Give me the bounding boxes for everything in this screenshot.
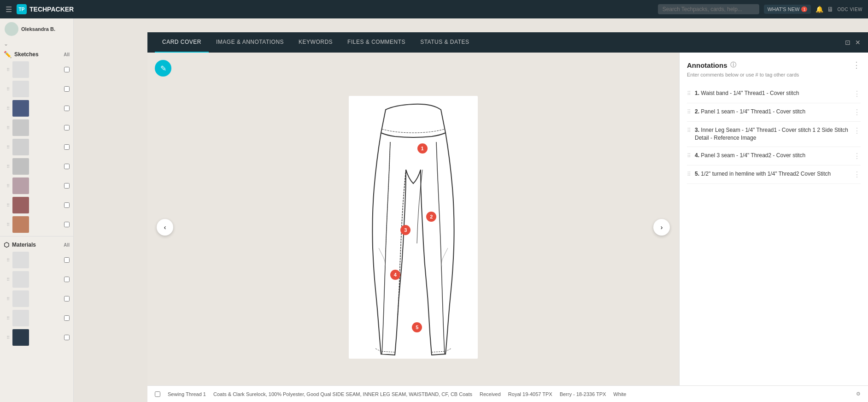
monitor-icon[interactable]: 🖥 — [827, 6, 833, 13]
sketch-item-6[interactable]: ⠿ — [0, 157, 73, 176]
whats-new-label: WHAT'S NEW — [768, 6, 800, 12]
annotation-text-2: 2. Panel 1 seam - 1/4" Thread1 - Cover s… — [695, 108, 850, 116]
sketch-thumbnail-1 — [12, 61, 29, 78]
sketch-checkbox-9[interactable] — [64, 222, 70, 227]
material-checkbox-3[interactable] — [64, 296, 70, 302]
annotation-dot-5[interactable]: 5 — [412, 322, 422, 332]
sketch-item-9[interactable]: ⠿ — [0, 215, 73, 234]
tab-keywords[interactable]: KEYWORDS — [291, 32, 340, 53]
annotation-more-3[interactable]: ⋮ — [853, 126, 861, 135]
material-item-1[interactable]: ⠿ — [0, 250, 73, 270]
materials-link[interactable]: All — [64, 242, 70, 248]
modal-container: CARD COVER IMAGE & ANNOTATIONS KEYWORDS … — [74, 18, 868, 402]
annotation-item-3: ⠿ 3. Inner Leg Seam - 1/4" Thread1 - Cov… — [687, 122, 861, 147]
annotation-num-2: 2. — [695, 108, 699, 115]
annotation-more-5[interactable]: ⋮ — [853, 170, 861, 179]
material-item-5[interactable]: ⠿ — [0, 328, 73, 347]
annotation-dot-2[interactable]: 2 — [426, 212, 436, 222]
image-area: ‹ ✎ — [147, 53, 679, 402]
hamburger-menu[interactable]: ☰ — [6, 5, 12, 14]
color1-badge: Royal 19-4057 TPX — [508, 391, 552, 397]
sketch-checkbox-5[interactable] — [64, 144, 70, 150]
sketch-thumbnail-9 — [12, 216, 29, 233]
sketch-checkbox-8[interactable] — [64, 202, 70, 208]
collapse-main-icon[interactable]: ⌄ — [4, 41, 8, 47]
status-badge: Received — [480, 391, 501, 397]
whats-new-button[interactable]: WHAT'S NEW 1 — [764, 5, 811, 14]
sketch-item-4[interactable]: ⠿ — [0, 118, 73, 137]
search-input[interactable] — [658, 4, 759, 14]
info-icon: ⓘ — [730, 61, 736, 69]
cube-icon: ⬡ — [4, 241, 9, 248]
sketch-checkbox-1[interactable] — [64, 67, 70, 72]
odc-view-label[interactable]: ODC VIEW — [837, 7, 862, 12]
drag-handle-icon: ⠿ — [6, 125, 10, 130]
sketch-checkbox-2[interactable] — [64, 86, 70, 92]
material-thumbnail-1 — [12, 252, 29, 268]
annotation-dot-4[interactable]: 4 — [390, 270, 400, 280]
material-item-2[interactable]: ⠿ — [0, 270, 73, 289]
annotations-panel: Annotations ⓘ ⋮ Enter comments below or … — [679, 53, 868, 402]
material-checkbox-4[interactable] — [64, 315, 70, 321]
annotation-more-2[interactable]: ⋮ — [853, 108, 861, 117]
sketch-item-1[interactable]: ⠿ — [0, 60, 73, 79]
drag-handle-icon: ⠿ — [687, 108, 691, 115]
sketch-item-3[interactable]: ⠿ — [0, 99, 73, 118]
drag-handle-icon: ⠿ — [6, 296, 10, 302]
annotation-more-4[interactable]: ⋮ — [853, 152, 861, 160]
sketches-link[interactable]: All — [64, 52, 70, 57]
close-icon[interactable]: ✕ — [855, 39, 861, 46]
annotation-text-3: 3. Inner Leg Seam - 1/4" Thread1 - Cover… — [695, 126, 850, 142]
annotation-num-5: 5. — [695, 171, 699, 177]
logo-icon: TP — [17, 4, 27, 14]
sketch-checkbox-6[interactable] — [64, 164, 70, 169]
tab-status-dates[interactable]: STATUS & DATES — [413, 32, 476, 53]
color2-badge: Berry - 18-2336 TPX — [560, 391, 606, 397]
material-checkbox-1[interactable] — [64, 257, 70, 263]
annotation-item-4: ⠿ 4. Panel 3 seam - 1/4" Thread2 - Cover… — [687, 147, 861, 166]
bottom-checkbox[interactable] — [155, 391, 160, 397]
prev-button[interactable]: ‹ — [157, 219, 173, 236]
gear-icon[interactable]: ⚙ — [856, 391, 861, 397]
sketch-checkbox-4[interactable] — [64, 125, 70, 130]
sketch-svg — [349, 96, 478, 359]
material-item-3[interactable]: ⠿ — [0, 289, 73, 308]
expand-icon[interactable]: ⊡ — [845, 39, 850, 46]
material-thumbnail-3 — [12, 290, 29, 307]
sketch-thumbnail-7 — [12, 177, 29, 194]
drag-handle-icon: ⠿ — [6, 203, 10, 208]
item-name: Sewing Thread 1 — [168, 391, 206, 397]
next-button[interactable]: › — [653, 219, 670, 236]
drag-handle-icon: ⠿ — [687, 89, 691, 97]
modal-tabs: CARD COVER IMAGE & ANNOTATIONS KEYWORDS … — [147, 32, 868, 53]
annotation-text-4: 4. Panel 3 seam - 1/4" Thread2 - Cover s… — [695, 152, 850, 160]
app-logo: TP TECHPACKER — [17, 4, 74, 14]
sketch-thumbnail-2 — [12, 81, 29, 97]
modal: CARD COVER IMAGE & ANNOTATIONS KEYWORDS … — [147, 32, 868, 402]
nav-icons: 🔔 🖥 ODC VIEW — [815, 6, 862, 13]
material-thumbnail-4 — [12, 310, 29, 326]
sketch-item-2[interactable]: ⠿ — [0, 79, 73, 99]
sketch-item-5[interactable]: ⠿ — [0, 137, 73, 157]
annotation-dot-1[interactable]: 1 — [417, 143, 428, 154]
sketch-checkbox-7[interactable] — [64, 183, 70, 189]
bell-icon[interactable]: 🔔 — [815, 6, 823, 13]
material-checkbox-5[interactable] — [64, 335, 70, 340]
drag-handle-icon: ⠿ — [6, 183, 10, 189]
material-checkbox-2[interactable] — [64, 277, 70, 282]
sketches-section: ✏️ Sketches All — [0, 48, 73, 60]
annotation-dot-3[interactable]: 3 — [400, 225, 411, 235]
edit-button[interactable]: ✎ — [155, 60, 171, 77]
sketch-item-8[interactable]: ⠿ — [0, 195, 73, 215]
item-description: Coats & Clark Surelock, 100% Polyester, … — [213, 391, 472, 397]
tab-card-cover[interactable]: CARD COVER — [155, 32, 209, 53]
sidebar: Oleksandra B. ⌄ ✏️ Sketches All ⠿ ⠿ ⠿ — [0, 18, 74, 402]
tab-image-annotations[interactable]: IMAGE & ANNOTATIONS — [209, 32, 291, 53]
sketch-thumbnail-6 — [12, 158, 29, 175]
material-item-4[interactable]: ⠿ — [0, 308, 73, 328]
sketch-checkbox-3[interactable] — [64, 106, 70, 111]
annotations-more-icon[interactable]: ⋮ — [852, 60, 861, 70]
annotation-more-1[interactable]: ⋮ — [853, 89, 861, 98]
sketch-item-7[interactable]: ⠿ — [0, 176, 73, 195]
tab-files-comments[interactable]: FILES & COMMENTS — [340, 32, 413, 53]
